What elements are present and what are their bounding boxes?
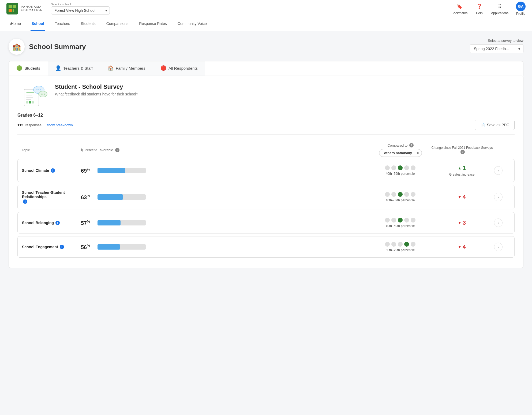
logo-icon (6, 3, 18, 14)
students-tab-icon: 🟢 (16, 65, 22, 71)
show-breakdown-link[interactable]: show breakdown (47, 123, 73, 127)
nav-item-teachers[interactable]: Teachers (54, 17, 71, 31)
dots-row-2 (385, 218, 415, 223)
topic-info-icon-2[interactable]: i (55, 221, 60, 225)
change-arrow-3: ▼ (458, 245, 462, 249)
survey-subtitle: What feedback did students have for thei… (55, 92, 138, 96)
nav-item-community-voice[interactable]: Community Voice (177, 17, 208, 31)
svg-point-13 (36, 89, 38, 90)
all-tab-icon: 🔴 (160, 65, 166, 71)
change-info-icon[interactable]: ? (460, 150, 465, 154)
percentile-label-3: 60th–79th percentile (386, 248, 415, 252)
change-arrow-1: ▼ (458, 195, 462, 199)
save-pdf-label: Save as PDF (487, 123, 509, 127)
survey-select[interactable]: Spring 2022 Feedb... (470, 44, 523, 53)
change-area-0: ▲ 1 Greatest increase (430, 165, 494, 176)
all-tab-label: All Respondents (168, 66, 198, 71)
family-tab-icon: 🏠 (108, 65, 114, 71)
tab-all-respondents[interactable]: 🔴 All Respondents (153, 61, 205, 76)
progress-bar-wrap-1 (98, 194, 146, 200)
change-value-1: ▼ 4 (458, 194, 466, 201)
percentile-dot-3 (404, 242, 409, 247)
survey-title: Student - School Survey (55, 83, 138, 90)
percentile-dot-4 (411, 165, 415, 170)
topic-name-0: School Climate i (22, 168, 81, 173)
svg-rect-6 (26, 95, 32, 95)
compared-info-icon[interactable]: ? (409, 143, 414, 147)
grades-row: Grades 6–12 (17, 113, 515, 118)
col-change-header: Change since Fall 2021 Feedback Surveys … (430, 146, 494, 154)
nav-item-response-rates[interactable]: Response Rates (138, 17, 168, 31)
row-arrow-3[interactable]: › (494, 243, 503, 251)
svg-rect-8 (26, 99, 31, 100)
compared-select[interactable]: others nationally (379, 149, 422, 157)
row-arrow-wrap-2: › (494, 218, 510, 227)
svg-point-14 (38, 89, 39, 90)
progress-bar-fill-2 (98, 220, 121, 225)
table-row: School Belonging i 57% 40th–59th percent… (17, 212, 515, 234)
pct-area-0: 69% (81, 167, 371, 174)
percentile-dots-2: 40th–59th percentile (371, 218, 430, 228)
tab-students[interactable]: 🟢 Students (9, 61, 48, 76)
logo-sub: EDUCATION (21, 9, 43, 12)
pct-info-icon[interactable]: ? (115, 148, 119, 152)
svg-point-17 (41, 94, 42, 95)
table-row: School Engagement i 56% 60th–79th percen… (17, 236, 515, 258)
pct-label: Percent Favorable (85, 148, 113, 152)
compared-to-text: Compared to (387, 143, 407, 147)
applications-icon: ⠿ (496, 2, 504, 11)
top-nav: PANORAMA EDUCATION Select a school Fores… (0, 0, 532, 17)
percentile-dot-2 (398, 165, 403, 170)
save-pdf-button[interactable]: 📄 Save as PDF (475, 120, 515, 130)
row-arrow-1[interactable]: › (494, 193, 503, 201)
pct-value-0: 69% (81, 167, 94, 174)
dots-row-3 (385, 242, 415, 247)
table-row: School Climate i 69% 40th–59th percentil… (17, 159, 515, 182)
percentile-dots-0: 40th–59th percentile (371, 165, 430, 176)
title-icon-wrap: 🏫 (9, 39, 25, 55)
school-select[interactable]: Forest View High School (51, 6, 110, 14)
svg-rect-11 (32, 101, 34, 103)
svg-rect-7 (26, 97, 33, 98)
percentile-dot-2 (398, 242, 403, 247)
help-nav-action[interactable]: ❓ Help (475, 2, 484, 15)
survey-select-wrap[interactable]: Spring 2022 Feedb... (470, 44, 523, 53)
page-title: School Summary (29, 43, 86, 51)
percentile-dot-2 (398, 192, 403, 197)
change-label: Change since Fall 2021 Feedback Surveys (432, 146, 493, 150)
pct-value-1: 63% (81, 194, 94, 201)
row-arrow-0[interactable]: › (494, 166, 503, 175)
percentile-dots-3: 60th–79th percentile (371, 242, 430, 252)
progress-bar-fill-0 (98, 168, 125, 173)
col-compared-header: Compared to ? others nationally (371, 143, 430, 157)
svg-rect-10 (29, 101, 31, 103)
responses-count: 112 (17, 123, 23, 127)
tab-family-members[interactable]: 🏠 Family Members (100, 61, 153, 76)
bookmarks-nav-action[interactable]: 🔖 Bookmarks (451, 2, 467, 15)
row-arrow-2[interactable]: › (494, 218, 503, 227)
topic-info-icon-3[interactable]: i (60, 245, 64, 249)
row-arrow-wrap-0: › (494, 166, 510, 175)
svg-point-15 (40, 89, 41, 90)
change-arrow-0: ▲ (458, 166, 462, 170)
survey-selector-area: Select a survey to view Spring 2022 Feed… (470, 39, 523, 53)
nav-item-comparisons[interactable]: Comparisons (105, 17, 129, 31)
compared-select-wrap[interactable]: others nationally (379, 149, 422, 157)
nav-item-home[interactable]: Home (9, 17, 22, 31)
svg-rect-0 (9, 5, 12, 8)
school-select-wrap[interactable]: Forest View High School (51, 6, 110, 14)
respondent-tabs: 🟢 Students 👤 Teachers & Staff 🏠 Family M… (9, 61, 523, 76)
pct-value-3: 56% (81, 244, 94, 250)
topic-info-icon-1[interactable]: i (23, 199, 27, 204)
teachers-tab-label: Teachers & Staff (63, 66, 93, 71)
page-title-area: 🏫 School Summary (9, 39, 86, 55)
topic-info-icon-0[interactable]: i (51, 168, 55, 173)
school-icon: 🏫 (12, 43, 21, 51)
tab-teachers-staff[interactable]: 👤 Teachers & Staff (48, 61, 100, 76)
applications-nav-action[interactable]: ⠿ Applications (491, 2, 508, 15)
nav-item-school[interactable]: School (31, 17, 45, 31)
applications-label: Applications (491, 11, 508, 15)
nav-item-students[interactable]: Students (80, 17, 97, 31)
profile-nav-action[interactable]: GA Profile (516, 2, 526, 16)
change-extra-label-0: Greatest increase (449, 173, 475, 176)
